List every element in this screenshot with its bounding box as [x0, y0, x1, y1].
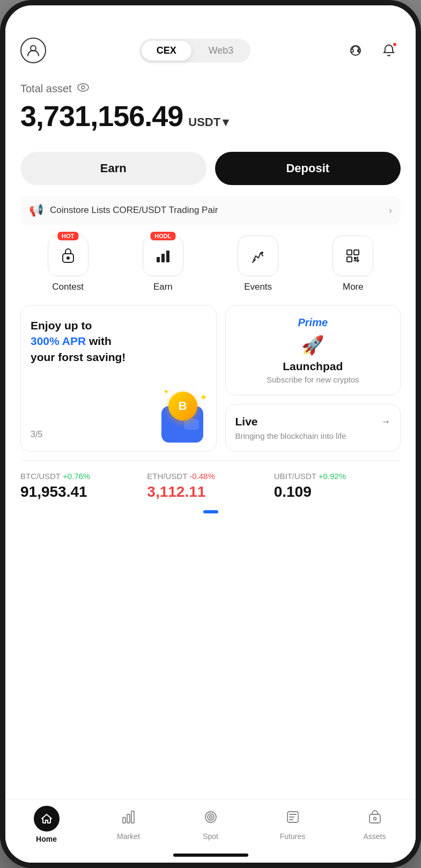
ticker-ubit-value: 0.109 — [274, 483, 401, 501]
asset-currency[interactable]: USDT ▾ — [188, 115, 228, 129]
promo-main-text: Enjoy up to 300% APR with your forst sav… — [31, 318, 206, 365]
announcement-arrow-icon: › — [389, 205, 392, 216]
profile-icon[interactable] — [20, 38, 46, 63]
main-content: Total asset 3,731,156.49 USDT ▾ — [5, 72, 416, 799]
ticker-row: BTC/USDT +0.76% 91,953.41 ETH/USDT -0.48… — [20, 460, 401, 506]
promo-text: Enjoy up to 300% APR with your forst sav… — [31, 318, 206, 365]
nav-assets-label: Assets — [363, 832, 386, 841]
launchpad-title: Launchpad — [283, 360, 343, 373]
spot-icon — [203, 809, 219, 829]
svg-point-24 — [373, 817, 376, 820]
ticker-ubit-change: +0.92% — [319, 472, 346, 481]
svg-point-20 — [208, 814, 214, 820]
svg-rect-17 — [127, 814, 130, 823]
launchpad-icon: 🚀 — [301, 334, 324, 356]
quick-item-more[interactable]: More — [311, 236, 395, 292]
svg-rect-8 — [157, 257, 160, 262]
ticker-btc-pair: BTC/USDT — [20, 472, 63, 481]
active-dot — [203, 510, 218, 513]
quick-item-contest[interactable]: HOT Contest — [26, 236, 110, 292]
notification-badge — [392, 42, 397, 47]
bottom-nav: Home Market — [5, 799, 416, 848]
notification-icon[interactable] — [377, 39, 401, 62]
contest-icon-box: HOT — [48, 236, 88, 276]
home-indicator — [173, 854, 248, 857]
nav-icons — [344, 39, 401, 62]
launchpad-card[interactable]: Prime 🚀 Launchpad Subscribe for new cryp… — [225, 305, 401, 395]
launchpad-subtitle: Subscribe for new cryptos — [267, 375, 359, 384]
nav-tabs: CEX Web3 — [139, 39, 251, 63]
svg-point-11 — [261, 252, 263, 254]
nav-assets[interactable]: Assets — [334, 809, 416, 841]
card-counter: 3/5 — [31, 430, 42, 439]
contest-label: Contest — [52, 282, 84, 292]
ticker-eth-change: -0.48% — [189, 472, 215, 481]
ticker-eth[interactable]: ETH/USDT -0.48% 3,112.11 — [147, 472, 274, 501]
live-subtitle: Bringing the blockchain into life — [235, 431, 391, 440]
earn-label: Earn — [153, 282, 173, 292]
deposit-button[interactable]: Deposit — [215, 152, 401, 185]
live-arrow-icon: → — [381, 416, 390, 428]
svg-rect-14 — [347, 257, 352, 262]
apr-highlight: 300% APR — [31, 335, 86, 347]
ticker-ubit[interactable]: UBIT/USDT +0.92% 0.109 — [274, 472, 401, 501]
futures-icon — [285, 809, 301, 829]
svg-rect-16 — [123, 818, 125, 823]
action-buttons: Earn Deposit — [20, 152, 401, 185]
nav-home[interactable]: Home — [5, 806, 87, 843]
nav-futures[interactable]: Futures — [252, 809, 334, 841]
quick-item-events[interactable]: Events — [216, 236, 300, 292]
home-icon — [34, 806, 60, 832]
ticker-btc[interactable]: BTC/USDT +0.76% 91,953.41 — [20, 472, 147, 501]
announcement-content: 📢 Coinstore Lists CORE/USDT Trading Pair — [29, 203, 218, 217]
nav-spot[interactable]: Spot — [169, 809, 252, 841]
svg-point-4 — [78, 84, 88, 91]
ticker-indicator — [20, 510, 401, 513]
svg-rect-9 — [161, 254, 165, 262]
right-cards-column: Prime 🚀 Launchpad Subscribe for new cryp… — [225, 305, 401, 452]
announcement-icon: 📢 — [29, 203, 43, 217]
svg-rect-10 — [166, 251, 169, 262]
support-icon[interactable] — [344, 39, 367, 62]
earn-icon-box: HODL — [143, 236, 183, 276]
promo-card[interactable]: Enjoy up to 300% APR with your forst sav… — [20, 305, 217, 452]
assets-icon — [367, 809, 383, 829]
nav-spot-label: Spot — [203, 832, 218, 841]
quick-item-earn[interactable]: HODL Earn — [121, 236, 205, 292]
status-bar — [5, 5, 416, 32]
ticker-btc-value: 91,953.41 — [20, 483, 147, 501]
announcement-bar[interactable]: 📢 Coinstore Lists CORE/USDT Trading Pair… — [20, 196, 401, 225]
nav-market-label: Market — [117, 832, 140, 841]
ticker-eth-header: ETH/USDT -0.48% — [147, 472, 274, 481]
asset-number: 3,731,156.49 — [20, 99, 183, 133]
live-row: Live → — [235, 415, 391, 428]
svg-rect-23 — [370, 814, 380, 823]
total-asset-label: Total asset — [20, 83, 401, 95]
ticker-eth-pair: ETH/USDT — [147, 472, 189, 481]
live-card[interactable]: Live → Bringing the blockchain into life — [225, 404, 401, 452]
quick-access: HOT Contest HODL — [20, 236, 401, 292]
total-asset-section: Total asset 3,731,156.49 USDT ▾ — [20, 72, 401, 141]
total-asset-value: 3,731,156.49 USDT ▾ — [20, 99, 401, 133]
nav-market[interactable]: Market — [87, 809, 169, 841]
more-label: More — [343, 282, 364, 292]
hide-balance-icon[interactable] — [77, 83, 89, 94]
tab-cex[interactable]: CEX — [142, 41, 191, 61]
hodl-badge: HODL — [150, 232, 175, 240]
svg-rect-2 — [351, 49, 353, 52]
svg-rect-12 — [347, 250, 352, 255]
cards-row: Enjoy up to 300% APR with your forst sav… — [20, 305, 401, 452]
tab-web3[interactable]: Web3 — [194, 41, 249, 61]
svg-point-19 — [205, 812, 216, 822]
svg-rect-13 — [354, 250, 359, 255]
market-icon — [121, 809, 137, 829]
top-nav: CEX Web3 — [5, 32, 416, 72]
live-title: Live — [235, 415, 258, 428]
ticker-btc-header: BTC/USDT +0.76% — [20, 472, 147, 481]
earn-button[interactable]: Earn — [20, 152, 206, 185]
hot-badge: HOT — [57, 232, 78, 240]
coin-wallet-illustration: ✦ ✦ B — [159, 392, 210, 443]
events-icon-box — [238, 236, 278, 276]
ticker-ubit-pair: UBIT/USDT — [274, 472, 319, 481]
svg-rect-15 — [354, 257, 357, 260]
